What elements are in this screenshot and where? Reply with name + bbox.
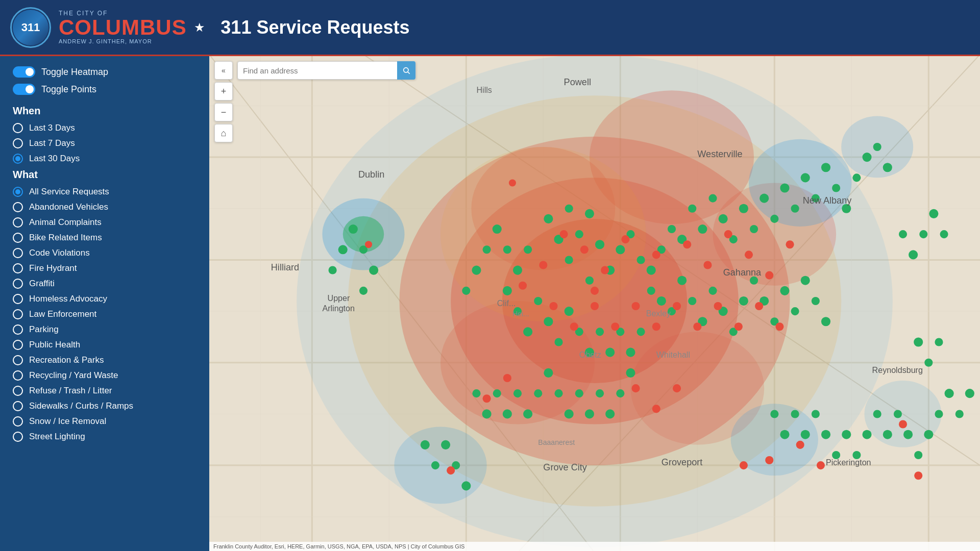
radio-graffiti[interactable]: Graffiti	[13, 279, 197, 289]
svg-point-100	[472, 266, 481, 275]
radio-recycling-indicator	[13, 370, 23, 381]
radio-last30[interactable]: Last 30 Days	[13, 154, 197, 164]
radio-homeless-indicator	[13, 294, 23, 304]
svg-point-65	[770, 215, 778, 223]
svg-point-116	[626, 368, 635, 378]
map-home-button[interactable]: ⌂	[214, 124, 233, 142]
mayor-label: ANDREW J. GINTHER, MAYOR	[59, 38, 205, 44]
map-zoom-in-button[interactable]: +	[214, 82, 233, 101]
svg-point-101	[462, 287, 470, 295]
radio-recreation-indicator	[13, 355, 23, 365]
radio-refuse[interactable]: Refuse / Trash / Litter	[13, 386, 197, 396]
radio-snow[interactable]: Snow / Ice Removal	[13, 416, 197, 427]
radio-homeless[interactable]: Homeless Advocacy	[13, 294, 197, 304]
radio-abandoned[interactable]: Abandoned Vehicles	[13, 202, 197, 212]
svg-text:Reynoldsburg: Reynoldsburg	[872, 365, 923, 374]
toggle-points-switch[interactable]	[13, 84, 35, 95]
svg-point-138	[421, 440, 430, 449]
svg-point-74	[862, 153, 871, 162]
search-bar	[237, 61, 416, 80]
radio-code-label: Code Violations	[29, 248, 90, 258]
radio-parking[interactable]: Parking	[13, 324, 197, 335]
toggle-section: Toggle Heatmap Toggle Points	[13, 66, 197, 95]
page-title: 311 Service Requests	[220, 17, 409, 38]
radio-sidewalks[interactable]: Sidewalks / Curbs / Ramps	[13, 401, 197, 411]
svg-point-178	[703, 261, 712, 269]
logo-area: 311 THE CITY OF COLUMBUS ★ ANDREW J. GIN…	[10, 7, 205, 48]
svg-point-33	[297, 56, 893, 547]
svg-point-114	[626, 348, 635, 357]
svg-point-87	[750, 277, 758, 285]
svg-point-50	[647, 266, 656, 275]
radio-last3[interactable]: Last 3 Days	[13, 123, 197, 133]
radio-bike-label: Bike Related Items	[29, 233, 102, 243]
svg-point-97	[503, 245, 511, 254]
svg-line-231	[408, 72, 410, 74]
radio-recreation[interactable]: Recreation & Parks	[13, 355, 197, 365]
radio-last7[interactable]: Last 7 Days	[13, 138, 197, 148]
map-container[interactable]: Powell Hills Dublin Westerville New Alba…	[209, 56, 980, 551]
map-zoom-out-button[interactable]: −	[214, 103, 233, 121]
svg-point-194	[734, 322, 743, 331]
svg-point-124	[544, 368, 553, 378]
svg-point-190	[652, 322, 660, 331]
radio-public-health[interactable]: Public Health	[13, 340, 197, 350]
radio-law-indicator	[13, 309, 23, 319]
search-input[interactable]	[238, 66, 397, 75]
svg-point-196	[775, 322, 783, 331]
svg-point-104	[523, 327, 532, 336]
svg-point-173	[621, 235, 629, 243]
svg-point-208	[509, 179, 516, 186]
svg-point-106	[544, 317, 553, 326]
svg-point-73	[852, 173, 861, 182]
svg-point-210	[914, 471, 922, 480]
radio-law[interactable]: Law Enforcement	[13, 309, 197, 319]
toggle-heatmap-label: Toggle Heatmap	[41, 67, 108, 78]
search-button[interactable]	[397, 61, 415, 80]
svg-point-63	[750, 225, 758, 233]
svg-point-186	[570, 322, 578, 331]
radio-street-lighting[interactable]: Street Lighting	[13, 432, 197, 442]
svg-point-77	[647, 287, 655, 295]
svg-point-181	[765, 271, 773, 280]
toggle-heatmap-item[interactable]: Toggle Heatmap	[13, 66, 197, 78]
main-content: Toggle Heatmap Toggle Points When Last 3…	[0, 56, 980, 551]
svg-point-197	[631, 384, 640, 392]
radio-recreation-label: Recreation & Parks	[29, 355, 104, 365]
svg-point-96	[513, 266, 522, 275]
svg-point-131	[472, 389, 480, 397]
svg-point-146	[801, 430, 810, 439]
svg-point-163	[924, 359, 933, 367]
svg-text:New Albany: New Albany	[803, 195, 852, 206]
svg-point-91	[791, 307, 799, 315]
svg-point-119	[596, 389, 604, 397]
radio-recycling[interactable]: Recycling / Yard Waste	[13, 370, 197, 381]
svg-point-45	[585, 277, 594, 285]
radio-hydrant[interactable]: Fire Hydrant	[13, 263, 197, 273]
radio-bike[interactable]: Bike Related Items	[13, 233, 197, 243]
map-attribution: Franklin County Auditor, Esri, HERE, Gar…	[209, 542, 980, 551]
svg-point-156	[903, 430, 913, 439]
svg-point-153	[873, 410, 881, 418]
svg-point-75	[873, 143, 881, 151]
toggle-points-item[interactable]: Toggle Points	[13, 84, 197, 95]
svg-point-209	[740, 461, 748, 469]
svg-text:Powell: Powell	[564, 77, 591, 87]
toggle-heatmap-switch[interactable]	[13, 66, 35, 78]
svg-point-68	[801, 173, 810, 182]
svg-point-185	[549, 302, 557, 310]
svg-point-78	[657, 296, 666, 306]
svg-point-230	[404, 68, 408, 72]
svg-text:Pickerington: Pickerington	[826, 458, 871, 467]
svg-point-92	[801, 276, 810, 285]
map-back-button[interactable]: «	[214, 61, 233, 80]
svg-point-132	[349, 224, 358, 234]
radio-all[interactable]: All Service Requests	[13, 187, 197, 197]
radio-graffiti-indicator	[13, 279, 23, 289]
svg-point-206	[899, 420, 907, 429]
svg-point-62	[739, 204, 748, 213]
radio-code[interactable]: Code Violations	[13, 248, 197, 258]
when-section: When Last 3 Days Last 7 Days Last 30 Day…	[13, 105, 197, 164]
radio-animal[interactable]: Animal Complaints	[13, 217, 197, 228]
logo-number: 311	[21, 21, 40, 34]
